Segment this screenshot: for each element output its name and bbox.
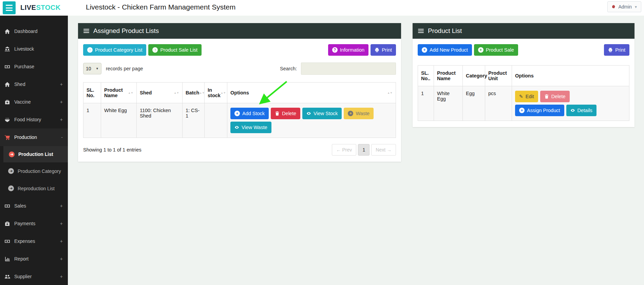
sidebar-item-supplier[interactable]: Supplier +: [0, 268, 68, 285]
sidebar-item-payments[interactable]: Payments +: [0, 215, 68, 232]
sidebar-item-livestock[interactable]: Livestock: [0, 40, 68, 58]
product-sale-list-button[interactable]: ↑ Product Sale List: [148, 44, 202, 56]
sidebar-item-purchase[interactable]: Purchase: [0, 58, 68, 75]
product-panel-header: Product List: [413, 23, 634, 39]
cell-product-unit: pcs: [485, 86, 512, 121]
search-input[interactable]: [301, 63, 396, 75]
col-header-sl-no: SL. No.: [83, 83, 101, 103]
plus-icon[interactable]: +: [60, 274, 63, 279]
showing-entries-text: Showing 1 to 1 of 1 entries: [83, 147, 141, 153]
admin-menu-button[interactable]: Admin ▼: [607, 1, 641, 12]
circle-arrow-icon: ➜: [8, 185, 14, 191]
sidebar-item-production[interactable]: Production -: [0, 128, 68, 146]
col-header-product-name: Product Name▲▼: [101, 83, 137, 103]
chevron-down-icon: ▼: [634, 5, 638, 9]
sidebar-subitem-reproduction-list[interactable]: ➜ Reproduction List: [0, 180, 68, 197]
col-header-category: Category: [463, 66, 485, 86]
sidebar-item-sales[interactable]: Sales +: [0, 197, 68, 215]
view-waste-button[interactable]: View Waste: [230, 122, 271, 133]
cell-sl-no: 1: [418, 86, 434, 121]
cell-batch: 1: CS-1: [183, 103, 205, 138]
eye-icon: [570, 108, 575, 113]
col-header-in-stock: In stock▲▼: [205, 83, 227, 103]
print-button[interactable]: Print: [604, 44, 629, 56]
eye-icon: [234, 125, 239, 130]
product-panel-title: Product List: [428, 27, 462, 35]
admin-label: Admin: [618, 4, 632, 10]
chevron-down-icon: ▼: [96, 67, 99, 70]
circle-plus-icon: +: [519, 108, 525, 113]
delete-button[interactable]: Delete: [540, 91, 570, 102]
details-button[interactable]: Details: [566, 105, 596, 116]
question-circle-icon: ?: [332, 47, 338, 53]
cell-product-name: White Egg: [101, 103, 137, 138]
prev-page-button[interactable]: ← Prev: [332, 144, 357, 156]
product-category-list-button[interactable]: ↑ Product Category List: [83, 44, 146, 56]
hamburger-icon: [6, 5, 13, 6]
plus-icon[interactable]: +: [60, 99, 63, 105]
plus-icon[interactable]: +: [60, 256, 63, 262]
sidebar-subitem-production-list[interactable]: ➜ Production List: [3, 146, 68, 162]
cell-category: Egg: [463, 86, 485, 121]
information-button[interactable]: ? Information: [328, 44, 369, 56]
product-sale-button[interactable]: + Product Sale: [474, 44, 518, 56]
assign-product-button[interactable]: + Assign Product: [515, 105, 564, 116]
view-stock-button[interactable]: View Stock: [302, 108, 342, 119]
waste-button[interactable]: + Waste: [344, 108, 374, 119]
cell-options: + Add Stock Delete View Stock: [227, 103, 396, 138]
table-row: 1 White Egg Egg pcs ✎ Edit Delete: [418, 86, 629, 121]
plus-icon[interactable]: +: [60, 221, 63, 226]
plus-icon[interactable]: +: [60, 203, 63, 209]
sidebar-item-shed[interactable]: Shed +: [0, 75, 68, 93]
col-header-product-name: Product Name: [434, 66, 463, 86]
sidebar-item-vaccine[interactable]: Vaccine +: [0, 93, 68, 111]
sidebar-toggle-button[interactable]: [3, 1, 16, 14]
eye-icon: [306, 111, 311, 116]
search-label: Search:: [280, 66, 297, 71]
minus-icon[interactable]: -: [61, 135, 63, 140]
add-stock-button[interactable]: + Add Stock: [230, 108, 269, 119]
sidebar-subitem-production-category[interactable]: ➜ Production Category: [0, 162, 68, 180]
brand-live: LIVE: [20, 4, 36, 11]
sidebar-item-report[interactable]: Report +: [0, 250, 68, 268]
briefcase-icon: [4, 221, 10, 227]
plus-icon[interactable]: +: [60, 117, 63, 122]
sort-icon[interactable]: ▲▼: [174, 92, 179, 94]
sidebar-item-expenses[interactable]: Expenses +: [0, 232, 68, 250]
printer-icon: [375, 48, 379, 52]
sidebar-item-dashboard[interactable]: Dashboard: [0, 22, 68, 40]
plus-icon[interactable]: +: [60, 238, 63, 244]
banknote-icon: [4, 238, 10, 244]
product-list-panel: Product List + Add New Product + Product…: [413, 23, 634, 127]
sort-icon[interactable]: ▲▼: [387, 92, 393, 94]
home-icon: [4, 29, 10, 34]
records-per-page-label: records per page: [106, 66, 143, 71]
page-title: Livestock - Chicken Farm Management Syst…: [86, 3, 235, 11]
assigned-panel-title: Assigned Product Lists: [93, 27, 159, 35]
trash-icon: [275, 111, 280, 116]
sort-icon[interactable]: ▲▼: [221, 92, 226, 94]
brand-logo[interactable]: LIVESTOCK: [20, 4, 61, 12]
page-number-button[interactable]: 1: [358, 144, 370, 156]
top-navbar: LIVESTOCK Livestock - Chicken Farm Manag…: [0, 0, 644, 16]
plus-icon[interactable]: +: [60, 82, 63, 87]
circle-plus-icon: +: [234, 111, 240, 116]
circle-plus-icon: +: [478, 47, 484, 53]
col-header-sl-no: SL. No..: [418, 66, 434, 86]
sort-icon[interactable]: ▲▼: [199, 92, 205, 94]
edit-button[interactable]: ✎ Edit: [515, 91, 538, 102]
print-button[interactable]: Print: [371, 44, 396, 56]
col-header-shed: Shed▲▼: [137, 83, 183, 103]
sidebar-item-food-history[interactable]: Food History +: [0, 111, 68, 128]
sort-icon[interactable]: ▲▼: [128, 92, 133, 94]
add-new-product-button[interactable]: + Add New Product: [418, 44, 472, 56]
col-header-product-unit: Product Unit: [485, 66, 512, 86]
food-bowl-icon: [4, 117, 10, 123]
cart-icon: [4, 135, 10, 140]
brand-stock: STOCK: [36, 4, 60, 11]
records-per-page-select[interactable]: 10 ▼: [83, 63, 101, 74]
delete-button[interactable]: Delete: [271, 108, 300, 119]
rooster-icon: [611, 4, 616, 9]
sidebar: Dashboard Livestock Purchase Shed + Vacc…: [0, 16, 68, 285]
next-page-button[interactable]: Next →: [371, 144, 396, 156]
